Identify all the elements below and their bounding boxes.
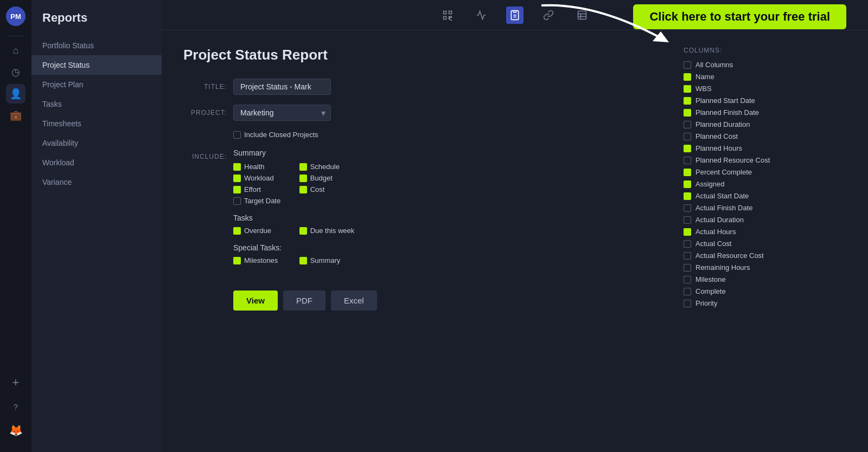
budget-checkbox[interactable] <box>299 175 307 182</box>
all-columns-label: All Columns <box>695 61 733 69</box>
add-icon[interactable]: + <box>6 373 25 392</box>
col-complete: Complete <box>684 287 841 295</box>
sidebar-item-portfolio-status[interactable]: Portfolio Status <box>31 36 162 55</box>
target-date-label: Target Date <box>244 197 280 205</box>
special-summary: Summary <box>299 256 355 264</box>
pdf-button[interactable]: PDF <box>283 290 326 311</box>
milestone-label: Milestone <box>695 275 726 283</box>
planned-resource-cost-checkbox[interactable] <box>684 157 691 164</box>
remaining-hours-checkbox[interactable] <box>684 264 691 272</box>
briefcase-icon[interactable]: 💼 <box>6 106 25 125</box>
col-all-columns: All Columns <box>684 61 841 69</box>
project-select[interactable]: Marketing <box>233 105 331 121</box>
layout-toolbar-icon[interactable] <box>573 7 591 24</box>
assigned-checkbox[interactable] <box>684 180 691 188</box>
top-toolbar: Click here to start your free trial <box>162 0 868 30</box>
workload-checkbox[interactable] <box>233 175 241 182</box>
wbs-checkbox[interactable] <box>684 85 691 93</box>
avatar-icon[interactable]: 🦊 <box>6 421 25 440</box>
sidebar-item-variance[interactable]: Variance <box>31 172 162 192</box>
col-name: Name <box>684 73 841 81</box>
health-checkbox[interactable] <box>233 163 241 171</box>
complete-label: Complete <box>695 287 726 295</box>
svg-rect-1 <box>449 11 452 14</box>
effort-checkbox[interactable] <box>233 186 241 193</box>
include-closed-checkbox-row: Include Closed Projects <box>233 131 318 139</box>
schedule-label: Schedule <box>310 163 340 171</box>
project-row: PROJECT: Marketing <box>183 105 662 121</box>
actual-start-checkbox[interactable] <box>684 192 691 200</box>
priority-checkbox[interactable] <box>684 300 691 307</box>
complete-checkbox[interactable] <box>684 288 691 295</box>
schedule-checkbox[interactable] <box>299 163 307 171</box>
assigned-label: Assigned <box>695 180 724 188</box>
task-overdue: Overdue <box>233 227 289 235</box>
special-summary-checkbox[interactable] <box>299 257 307 264</box>
all-columns-checkbox[interactable] <box>684 61 691 69</box>
sidebar-item-project-plan[interactable]: Project Plan <box>31 75 162 94</box>
scan-toolbar-icon[interactable] <box>439 7 456 24</box>
link-toolbar-icon[interactable] <box>540 7 557 24</box>
milestones-checkbox[interactable] <box>233 257 241 264</box>
summary-health: Health <box>233 163 289 171</box>
title-input[interactable] <box>233 79 331 95</box>
sidebar-item-availability[interactable]: Availability <box>31 133 162 153</box>
people-icon[interactable]: 👤 <box>6 84 25 104</box>
sidebar-item-workload[interactable]: Workload <box>31 153 162 172</box>
app-logo[interactable]: PM <box>6 7 25 26</box>
tasks-section: Tasks Overdue Due this week <box>233 214 354 235</box>
help-icon[interactable]: ? <box>6 397 25 416</box>
clipboard-toolbar-icon[interactable] <box>506 7 524 24</box>
overdue-checkbox[interactable] <box>233 227 241 235</box>
col-planned-hours: Planned Hours <box>684 144 841 152</box>
title-label: TITLE: <box>183 79 227 91</box>
target-date-checkbox[interactable] <box>233 197 241 205</box>
title-row: TITLE: <box>183 79 662 95</box>
special-grid: Milestones Summary <box>233 256 354 264</box>
sidebar-item-project-status[interactable]: Project Status <box>31 55 162 75</box>
columns-scroll[interactable]: All Columns Name WBS Planned Start Date … <box>684 61 846 307</box>
include-closed-checkbox[interactable] <box>233 131 241 139</box>
actual-hours-checkbox[interactable] <box>684 228 691 236</box>
actual-duration-checkbox[interactable] <box>684 216 691 224</box>
col-planned-duration: Planned Duration <box>684 120 841 128</box>
percent-complete-label: Percent Complete <box>695 168 752 176</box>
sidebar-item-timesheets[interactable]: Timesheets <box>31 114 162 133</box>
col-priority: Priority <box>684 299 841 307</box>
svg-rect-3 <box>514 10 516 12</box>
sidebar-item-tasks[interactable]: Tasks <box>31 94 162 114</box>
name-checkbox[interactable] <box>684 73 691 81</box>
percent-complete-checkbox[interactable] <box>684 169 691 176</box>
special-summary-label: Summary <box>310 256 341 264</box>
planned-hours-checkbox[interactable] <box>684 145 691 152</box>
planned-duration-checkbox[interactable] <box>684 121 691 128</box>
summary-grid: Health Schedule Workload Budget <box>233 163 354 205</box>
col-actual-resource-cost: Actual Resource Cost <box>684 251 841 260</box>
special-tasks-section: Special Tasks: Milestones Summary <box>233 243 354 264</box>
actual-resource-cost-checkbox[interactable] <box>684 252 691 260</box>
planned-finish-checkbox[interactable] <box>684 109 691 117</box>
chart-toolbar-icon[interactable] <box>473 7 490 24</box>
actual-finish-checkbox[interactable] <box>684 204 691 212</box>
col-actual-start: Actual Start Date <box>684 192 841 200</box>
planned-finish-label: Planned Finish Date <box>695 108 759 117</box>
milestone-checkbox[interactable] <box>684 276 691 283</box>
planned-start-label: Planned Start Date <box>695 96 755 105</box>
home-icon[interactable]: ⌂ <box>6 41 25 60</box>
planned-start-checkbox[interactable] <box>684 97 691 105</box>
svg-rect-0 <box>444 11 446 14</box>
due-this-week-checkbox[interactable] <box>299 227 307 235</box>
col-actual-hours: Actual Hours <box>684 228 841 236</box>
clock-icon[interactable]: ◷ <box>6 62 25 82</box>
actual-cost-checkbox[interactable] <box>684 240 691 248</box>
project-label: PROJECT: <box>183 105 227 117</box>
excel-button[interactable]: Excel <box>331 290 377 311</box>
workload-label: Workload <box>244 174 274 182</box>
special-milestones: Milestones <box>233 256 289 264</box>
planned-cost-checkbox[interactable] <box>684 133 691 140</box>
summary-cost: Cost <box>299 185 355 193</box>
col-actual-cost: Actual Cost <box>684 240 841 248</box>
view-button[interactable]: View <box>233 290 278 311</box>
cta-banner[interactable]: Click here to start your free trial <box>633 4 846 29</box>
cost-checkbox[interactable] <box>299 186 307 193</box>
